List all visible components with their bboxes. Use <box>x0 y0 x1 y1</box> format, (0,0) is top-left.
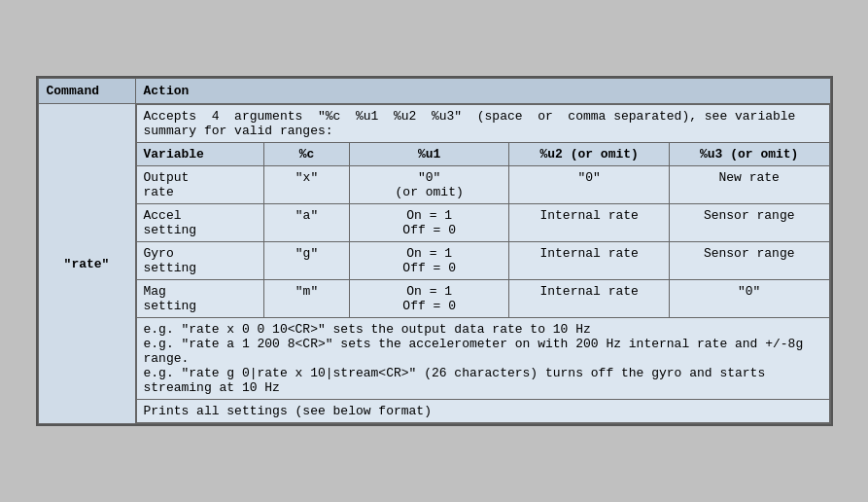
sub-header-u3: %u3 (or omit) <box>669 143 829 166</box>
table-header-row: Command Action <box>38 79 830 104</box>
sub-row-2: Gyro setting "g" On = 1 Off = 0 Internal… <box>136 242 829 280</box>
sub-header-u1: %u1 <box>349 143 509 166</box>
sub-row-3-u3: "0" <box>669 280 829 318</box>
sub-row-0: Output rate "x" "0" (or omit) "0" New ra… <box>136 166 829 204</box>
sub-row-1-u1: On = 1 Off = 0 <box>349 204 509 242</box>
table-row: "rate" Accepts 4 arguments "%c %u1 %u2 %… <box>38 104 830 424</box>
sub-header-c: %c <box>264 143 350 166</box>
nested-table: Accepts 4 arguments "%c %u1 %u2 %u3" (sp… <box>136 104 830 423</box>
sub-row-0-c: "x" <box>264 166 350 204</box>
sub-row-2-u2: Internal rate <box>509 242 670 280</box>
sub-row-3: Mag setting "m" On = 1 Off = 0 Internal … <box>136 280 829 318</box>
sub-header-u2: %u2 (or omit) <box>509 143 670 166</box>
sub-row-1: Accel setting "a" On = 1 Off = 0 Interna… <box>136 204 829 242</box>
prints-row: Prints all settings (see below format) <box>136 400 829 423</box>
main-table-container: Command Action "rate" Accepts 4 argument… <box>36 76 833 426</box>
examples-text: e.g. "rate x 0 0 10<CR>" sets the output… <box>136 318 829 400</box>
sub-row-2-u1: On = 1 Off = 0 <box>349 242 509 280</box>
sub-row-2-c: "g" <box>264 242 350 280</box>
sub-row-0-u1: "0" (or omit) <box>349 166 509 204</box>
sub-row-3-u2: Internal rate <box>509 280 670 318</box>
sub-header-row: Variable %c %u1 %u2 (or omit) %u3 (or om… <box>136 143 829 166</box>
action-cell: Accepts 4 arguments "%c %u1 %u2 %u3" (sp… <box>135 104 830 424</box>
sub-row-1-u3: Sensor range <box>669 204 829 242</box>
sub-row-2-variable: Gyro setting <box>136 242 264 280</box>
header-action: Action <box>135 79 830 104</box>
sub-row-3-c: "m" <box>264 280 350 318</box>
prints-text: Prints all settings (see below format) <box>136 400 829 423</box>
sub-row-0-u2: "0" <box>509 166 670 204</box>
header-command: Command <box>38 79 135 104</box>
sub-row-3-u1: On = 1 Off = 0 <box>349 280 509 318</box>
sub-row-2-u3: Sensor range <box>669 242 829 280</box>
sub-header-variable: Variable <box>136 143 264 166</box>
sub-row-1-variable: Accel setting <box>136 204 264 242</box>
sub-row-1-c: "a" <box>264 204 350 242</box>
sub-row-1-u2: Internal rate <box>509 204 670 242</box>
sub-row-0-variable: Output rate <box>136 166 264 204</box>
sub-row-0-u3: New rate <box>669 166 829 204</box>
command-cell: "rate" <box>38 104 135 424</box>
intro-text: Accepts 4 arguments "%c %u1 %u2 %u3" (sp… <box>136 105 829 143</box>
sub-row-3-variable: Mag setting <box>136 280 264 318</box>
intro-row: Accepts 4 arguments "%c %u1 %u2 %u3" (sp… <box>136 105 829 143</box>
examples-row: e.g. "rate x 0 0 10<CR>" sets the output… <box>136 318 829 400</box>
